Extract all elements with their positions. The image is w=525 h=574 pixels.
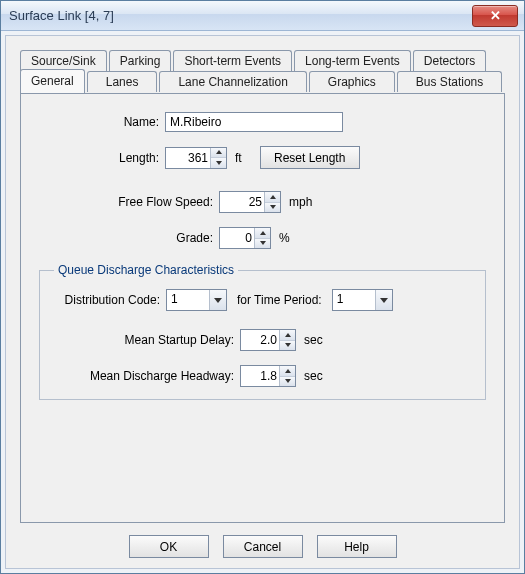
length-spinner[interactable]	[165, 147, 227, 169]
dialog-button-bar: OK Cancel Help	[6, 535, 519, 558]
tab-general[interactable]: General	[20, 69, 85, 93]
distribution-code-label: Distribution Code:	[54, 293, 160, 307]
length-up-button[interactable]	[211, 148, 226, 159]
tab-row-upper: Source/Sink Parking Short-term Events Lo…	[20, 50, 488, 71]
free-flow-speed-spinner[interactable]	[219, 191, 281, 213]
name-label: Name:	[105, 115, 159, 129]
time-period-label: for Time Period:	[237, 293, 322, 307]
close-icon: ✕	[490, 8, 501, 23]
tab-long-term-events[interactable]: Long-term Events	[294, 50, 411, 71]
discharge-headway-spinner[interactable]	[240, 365, 296, 387]
free-flow-speed-label: Free Flow Speed:	[63, 195, 213, 209]
tab-graphics[interactable]: Graphics	[309, 71, 395, 92]
tab-short-term-events[interactable]: Short-term Events	[173, 50, 292, 71]
discharge-headway-input[interactable]	[241, 366, 279, 386]
client-area: Source/Sink Parking Short-term Events Lo…	[1, 31, 524, 573]
tab-content-general: Name: Length: ft Reset Length	[20, 93, 505, 523]
startup-up-button[interactable]	[280, 330, 295, 341]
length-label: Length:	[89, 151, 159, 165]
window-title: Surface Link [4, 7]	[9, 8, 472, 23]
name-input[interactable]	[165, 112, 343, 132]
time-period-combo[interactable]: 1	[332, 289, 393, 311]
chevron-down-icon	[260, 241, 266, 245]
headway-up-button[interactable]	[280, 366, 295, 377]
length-down-button[interactable]	[211, 158, 226, 168]
tab-parking[interactable]: Parking	[109, 50, 172, 71]
discharge-headway-label: Mean Discharge Headway:	[54, 369, 234, 383]
startup-delay-unit: sec	[304, 333, 323, 347]
chevron-down-icon	[216, 161, 222, 165]
queue-discharge-legend: Queue Discharge Characteristics	[54, 263, 238, 277]
startup-down-button[interactable]	[280, 341, 295, 351]
ok-button[interactable]: OK	[129, 535, 209, 558]
cancel-button[interactable]: Cancel	[223, 535, 303, 558]
tab-source-sink[interactable]: Source/Sink	[20, 50, 107, 71]
dialog-window: Surface Link [4, 7] ✕ Source/Sink Parkin…	[0, 0, 525, 574]
inner-panel: Source/Sink Parking Short-term Events Lo…	[5, 35, 520, 569]
time-period-value: 1	[333, 290, 375, 310]
chevron-up-icon	[285, 369, 291, 373]
length-input[interactable]	[166, 148, 210, 168]
tab-row-lower: General Lanes Lane Channelization Graphi…	[20, 71, 504, 93]
tab-detectors[interactable]: Detectors	[413, 50, 486, 71]
headway-down-button[interactable]	[280, 377, 295, 387]
chevron-up-icon	[216, 150, 222, 154]
grade-spinner[interactable]	[219, 227, 271, 249]
reset-length-button[interactable]: Reset Length	[260, 146, 360, 169]
grade-label: Grade:	[63, 231, 213, 245]
startup-delay-spinner[interactable]	[240, 329, 296, 351]
startup-delay-input[interactable]	[241, 330, 279, 350]
tab-bus-stations[interactable]: Bus Stations	[397, 71, 502, 92]
ffs-down-button[interactable]	[265, 203, 280, 213]
grade-down-button[interactable]	[255, 239, 270, 249]
tab-strip: Source/Sink Parking Short-term Events Lo…	[20, 50, 505, 94]
ffs-up-button[interactable]	[265, 192, 280, 203]
titlebar: Surface Link [4, 7] ✕	[1, 1, 524, 31]
queue-discharge-group: Queue Discharge Characteristics Distribu…	[39, 263, 486, 400]
distribution-code-dropdown-button[interactable]	[209, 290, 226, 310]
chevron-up-icon	[260, 231, 266, 235]
grade-unit: %	[279, 231, 290, 245]
time-period-dropdown-button[interactable]	[375, 290, 392, 310]
chevron-down-icon	[285, 379, 291, 383]
free-flow-speed-input[interactable]	[220, 192, 264, 212]
length-unit: ft	[235, 151, 242, 165]
chevron-down-icon	[214, 298, 222, 303]
close-button[interactable]: ✕	[472, 5, 518, 27]
distribution-code-combo[interactable]: 1	[166, 289, 227, 311]
chevron-down-icon	[380, 298, 388, 303]
chevron-down-icon	[285, 343, 291, 347]
startup-delay-label: Mean Startup Delay:	[54, 333, 234, 347]
distribution-code-value: 1	[167, 290, 209, 310]
grade-input[interactable]	[220, 228, 254, 248]
grade-up-button[interactable]	[255, 228, 270, 239]
chevron-down-icon	[270, 205, 276, 209]
discharge-headway-unit: sec	[304, 369, 323, 383]
tab-lanes[interactable]: Lanes	[87, 71, 158, 92]
help-button[interactable]: Help	[317, 535, 397, 558]
chevron-up-icon	[270, 195, 276, 199]
chevron-up-icon	[285, 333, 291, 337]
free-flow-speed-unit: mph	[289, 195, 312, 209]
tab-lane-channelization[interactable]: Lane Channelization	[159, 71, 306, 92]
